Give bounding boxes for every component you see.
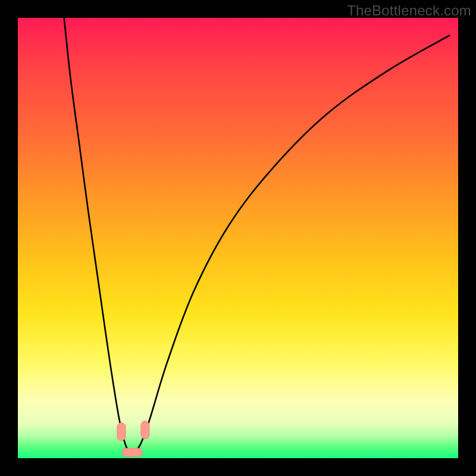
watermark-text: TheBottleneck.com [347,2,471,19]
plot-area [18,18,458,458]
marker-right [141,421,149,439]
markers-group [117,421,149,457]
marker-left [117,423,126,441]
bottleneck-curve-svg [18,18,458,458]
chart-frame: TheBottleneck.com [0,0,476,476]
bottleneck-curve [64,18,450,454]
marker-bottom [122,448,142,456]
